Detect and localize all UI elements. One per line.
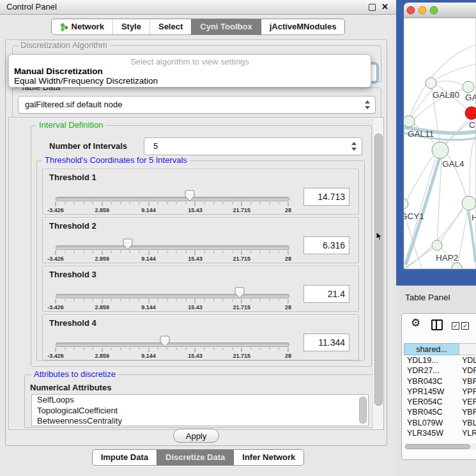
network-node-label: GA xyxy=(465,93,476,102)
table-panel-card: ⚙ ✓ ✓ shared... na YDL19...YDL1YDR27...Y… xyxy=(401,313,476,460)
table-row[interactable]: YER054CYER0 xyxy=(404,397,476,407)
list-scrollbar-thumb[interactable] xyxy=(359,397,367,424)
control-panel-titlebar: Control Panel ✕ xyxy=(0,0,396,15)
slider-ticks xyxy=(56,250,288,256)
slider-track[interactable] xyxy=(56,294,289,298)
network-node-hap2[interactable] xyxy=(432,240,442,250)
network-node-c[interactable] xyxy=(465,107,476,119)
dropdown-option-equal-width[interactable]: Equal Width/Frequency Discretization xyxy=(14,76,158,86)
float-window-icon[interactable] xyxy=(369,4,376,11)
table-row[interactable]: YPR145WYPR1 xyxy=(404,387,476,397)
slider-track[interactable] xyxy=(56,245,289,250)
tab-style[interactable]: Style xyxy=(112,19,150,35)
tab-network[interactable]: Network xyxy=(52,19,112,35)
table-row[interactable]: YDR27...YDR2 xyxy=(404,365,476,376)
panel-title: Control Panel xyxy=(6,2,57,12)
numerical-attributes-list[interactable]: SelfLoopsTopologicalCoefficientBetweenne… xyxy=(31,394,369,426)
top-tab-bar: NetworkStyleSelectCyni ToolboxjActiveMNo… xyxy=(0,19,396,35)
checkbox-icon[interactable]: ✓ xyxy=(452,322,459,330)
number-of-intervals-combobox[interactable]: 5 xyxy=(144,137,362,155)
table-data-combobox[interactable]: galFiltered.sif default node xyxy=(18,96,376,114)
column-header-name[interactable]: na xyxy=(459,343,476,355)
column-header-shared-name[interactable]: shared... xyxy=(404,343,459,355)
slider-track[interactable] xyxy=(56,197,289,201)
attribute-list-item[interactable]: TopologicalCoefficient xyxy=(32,406,368,417)
network-node-h[interactable] xyxy=(462,196,476,210)
table-data-value: galFiltered.sif default node xyxy=(25,100,122,109)
slider-handle[interactable] xyxy=(160,335,170,348)
thresholds-group: Threshold's Coordinates for 5 Intervals … xyxy=(36,160,365,361)
tab-jactivemnodules[interactable]: jActiveMNodules xyxy=(261,19,345,35)
combo-arrows-icon xyxy=(351,141,357,151)
minimize-traffic-light[interactable] xyxy=(418,6,426,14)
cyni-toolbox-panel: Discretization Algorithm Select algorith… xyxy=(5,40,387,446)
bottom-tabs-segmented-control: Impute DataDiscretize DataInfer Network xyxy=(92,449,305,466)
slider-handle[interactable] xyxy=(123,238,133,250)
interval-definition-title: Interval Definition xyxy=(36,120,105,130)
slider-ticks xyxy=(56,299,288,304)
slider-ticks xyxy=(56,202,288,207)
slider-handle[interactable] xyxy=(234,287,245,299)
attribute-list-item[interactable]: SelfLoops xyxy=(32,395,368,406)
close-traffic-light[interactable] xyxy=(407,6,415,14)
network-node-gal11[interactable] xyxy=(403,116,415,127)
threshold-value-field[interactable]: 11.344 xyxy=(303,334,349,351)
table-row[interactable]: YBR043CYBR0 xyxy=(404,376,476,387)
table-horizontal-scrollbar[interactable] xyxy=(404,443,476,450)
tab-select[interactable]: Select xyxy=(150,19,191,35)
slider-ticks xyxy=(56,348,288,353)
close-icon[interactable]: ✕ xyxy=(381,2,388,12)
threshold-panels: Threshold 1-3.4262.8599.14415.4321.71528… xyxy=(37,169,359,363)
network-node-gal4[interactable] xyxy=(432,142,449,158)
thresholds-group-title: Threshold's Coordinates for 5 Intervals xyxy=(42,155,190,165)
slider-tick-labels: -3.4262.8599.14415.4321.71528 xyxy=(56,353,288,359)
top-tabs-segmented-control: NetworkStyleSelectCyni ToolboxjActiveMNo… xyxy=(51,19,346,35)
table-row[interactable]: YBL079WYBL0 xyxy=(404,418,476,428)
threshold-label: Threshold 3 xyxy=(49,270,96,279)
control-panel: Control Panel ✕ NetworkStyleSelectCyni T… xyxy=(0,0,396,476)
network-view[interactable]: GAL80GACGAL11GAL4GCY1HHAP2 xyxy=(396,0,476,286)
apply-button[interactable]: Apply xyxy=(173,429,219,443)
table-row[interactable]: YDL19...YDL1 xyxy=(404,355,476,365)
settings-vertical-scrollbar[interactable] xyxy=(372,118,383,429)
slider-handle[interactable] xyxy=(185,190,195,202)
threshold-value-field[interactable]: 21.4 xyxy=(303,285,349,303)
threshold-label: Threshold 2 xyxy=(49,221,96,231)
tab-impute-data[interactable]: Impute Data xyxy=(93,450,157,465)
threshold-value-field[interactable]: 14.713 xyxy=(303,188,349,206)
tab-infer-network[interactable]: Infer Network xyxy=(233,450,303,465)
tab-discretize-data[interactable]: Discretize Data xyxy=(157,450,233,465)
zoom-traffic-light[interactable] xyxy=(430,6,438,14)
right-side-region: GAL80GACGAL11GAL4GCY1HHAP2 Table Panel ⚙… xyxy=(396,0,476,476)
scrollbar-thumb[interactable] xyxy=(374,134,383,406)
network-node-ga[interactable] xyxy=(463,81,474,93)
threshold-panel-4: Threshold 4-3.4262.8599.14415.4321.71528… xyxy=(42,314,359,360)
threshold-value-field[interactable]: 6.316 xyxy=(303,236,349,254)
table-data-group: Table Data galFiltered.sif default node xyxy=(12,88,381,118)
combo-arrows-icon xyxy=(365,100,371,110)
tab-cyni-toolbox[interactable]: Cyni Toolbox xyxy=(191,19,260,35)
dropdown-prompt-item[interactable]: Select algorithm to view settings xyxy=(9,57,371,66)
scrollbar-thumb[interactable] xyxy=(405,444,470,449)
table-panel-header: Table Panel xyxy=(396,286,476,311)
attributes-group: Attributes to discretize Numerical Attri… xyxy=(24,374,374,428)
dropdown-option-manual[interactable]: Manual Discretization xyxy=(14,66,103,76)
network-node-label: GAL11 xyxy=(408,129,434,139)
checkbox-icon[interactable]: ✓ xyxy=(461,322,469,330)
split-columns-icon[interactable] xyxy=(431,319,443,330)
slider-track[interactable] xyxy=(56,342,289,347)
attribute-list-item[interactable]: BetweennessCentrality xyxy=(32,416,368,426)
application-window: Control Panel ✕ NetworkStyleSelectCyni T… xyxy=(0,0,476,476)
settings-scroll-area: Interval Definition Number of Intervals … xyxy=(8,117,384,430)
threshold-panel-2: Threshold 2-3.4262.8599.14415.4321.71528… xyxy=(42,217,359,263)
table-panel-title: Table Panel xyxy=(405,293,450,302)
mouse-cursor xyxy=(376,231,383,242)
network-node-gal80[interactable] xyxy=(426,78,436,89)
gear-icon[interactable]: ⚙ xyxy=(411,316,420,330)
network-node-label: GCY1 xyxy=(401,211,424,221)
network-icon xyxy=(60,23,68,31)
table-row[interactable]: YBR045CYBR0 xyxy=(404,407,476,417)
table-row[interactable]: YLR345WYLR3 xyxy=(404,428,476,438)
number-of-intervals-label: Number of Intervals xyxy=(49,141,127,151)
slider-tick-labels: -3.4262.8599.14415.4321.71528 xyxy=(56,207,288,213)
